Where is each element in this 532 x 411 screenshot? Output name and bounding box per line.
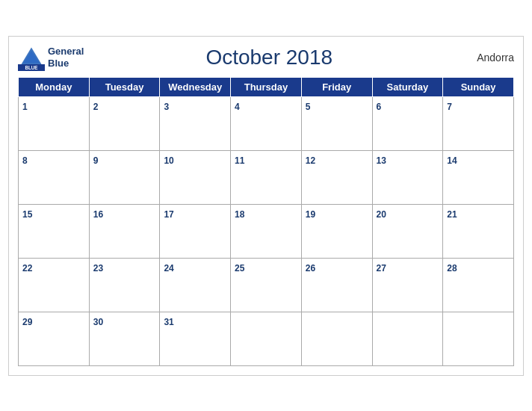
date-number-29: 29 — [22, 317, 32, 327]
calendar-table: Monday Tuesday Wednesday Thursday Friday… — [18, 77, 514, 366]
day-cell-31: 31 — [160, 312, 231, 365]
day-cell-5: 5 — [301, 96, 372, 150]
day-cell-20: 20 — [372, 204, 443, 258]
day-cell-10: 10 — [160, 150, 231, 204]
day-cell-9: 9 — [89, 150, 160, 204]
day-cell-21: 21 — [443, 204, 514, 258]
week-row-4: 22232425262728 — [19, 258, 514, 312]
date-number-1: 1 — [22, 102, 28, 112]
date-number-23: 23 — [93, 263, 103, 274]
day-cell-18: 18 — [231, 204, 302, 258]
empty-cell-w4-d4 — [301, 312, 372, 365]
calendar-body: 1234567891011121314151617181920212223242… — [19, 96, 514, 365]
date-number-20: 20 — [377, 209, 386, 220]
date-number-6: 6 — [377, 102, 382, 112]
date-number-3: 3 — [164, 102, 169, 112]
date-number-22: 22 — [22, 263, 32, 274]
week-row-5: 293031 — [19, 312, 514, 365]
day-cell-4: 4 — [231, 96, 302, 150]
calendar: BLUE General Blue October 2018 Andorra M… — [8, 36, 524, 376]
svg-text:BLUE: BLUE — [25, 65, 37, 70]
weekday-monday: Monday — [19, 77, 90, 96]
weekday-tuesday: Tuesday — [89, 77, 160, 96]
date-number-24: 24 — [164, 263, 173, 274]
empty-cell-w4-d6 — [443, 312, 514, 365]
logo-text: General Blue — [48, 46, 84, 69]
date-number-31: 31 — [164, 317, 173, 327]
date-number-26: 26 — [306, 263, 315, 274]
month-title: October 2018 — [84, 46, 454, 69]
date-number-15: 15 — [22, 209, 32, 220]
day-cell-11: 11 — [231, 150, 302, 204]
day-cell-16: 16 — [89, 204, 160, 258]
logo-icon: BLUE — [18, 44, 45, 71]
week-row-3: 15161718192021 — [19, 204, 514, 258]
calendar-header: BLUE General Blue October 2018 Andorra — [18, 44, 514, 71]
date-number-14: 14 — [447, 155, 457, 166]
date-number-17: 17 — [164, 209, 173, 220]
day-cell-3: 3 — [160, 96, 231, 150]
week-row-1: 1234567 — [19, 96, 514, 150]
week-row-2: 891011121314 — [19, 150, 514, 204]
day-cell-12: 12 — [301, 150, 372, 204]
day-cell-30: 30 — [89, 312, 160, 365]
day-cell-1: 1 — [19, 96, 90, 150]
date-number-30: 30 — [93, 317, 103, 327]
empty-cell-w4-d5 — [372, 312, 443, 365]
weekday-saturday: Saturday — [372, 77, 443, 96]
day-cell-24: 24 — [160, 258, 231, 312]
logo-area: BLUE General Blue — [18, 44, 84, 71]
date-number-18: 18 — [235, 209, 244, 220]
date-number-19: 19 — [306, 209, 315, 220]
date-number-21: 21 — [447, 209, 457, 220]
date-number-13: 13 — [377, 155, 386, 166]
day-cell-22: 22 — [19, 258, 90, 312]
day-cell-8: 8 — [19, 150, 90, 204]
day-cell-29: 29 — [19, 312, 90, 365]
day-cell-7: 7 — [443, 96, 514, 150]
day-cell-15: 15 — [19, 204, 90, 258]
date-number-27: 27 — [377, 263, 386, 274]
date-number-9: 9 — [93, 155, 99, 166]
weekday-sunday: Sunday — [443, 77, 514, 96]
day-cell-17: 17 — [160, 204, 231, 258]
date-number-5: 5 — [306, 102, 311, 112]
day-cell-13: 13 — [372, 150, 443, 204]
date-number-4: 4 — [235, 102, 240, 112]
date-number-12: 12 — [306, 155, 315, 166]
date-number-25: 25 — [235, 263, 244, 274]
date-number-8: 8 — [22, 155, 28, 166]
day-cell-6: 6 — [372, 96, 443, 150]
date-number-2: 2 — [93, 102, 99, 112]
date-number-10: 10 — [164, 155, 173, 166]
weekday-friday: Friday — [301, 77, 372, 96]
weekday-wednesday: Wednesday — [160, 77, 231, 96]
day-cell-2: 2 — [89, 96, 160, 150]
weekday-header-row: Monday Tuesday Wednesday Thursday Friday… — [19, 77, 514, 96]
weekday-thursday: Thursday — [231, 77, 302, 96]
day-cell-14: 14 — [443, 150, 514, 204]
day-cell-27: 27 — [372, 258, 443, 312]
country-label: Andorra — [454, 52, 514, 64]
day-cell-23: 23 — [89, 258, 160, 312]
day-cell-26: 26 — [301, 258, 372, 312]
date-number-11: 11 — [235, 155, 244, 166]
date-number-28: 28 — [447, 263, 457, 274]
date-number-16: 16 — [93, 209, 103, 220]
day-cell-25: 25 — [231, 258, 302, 312]
day-cell-28: 28 — [443, 258, 514, 312]
empty-cell-w4-d3 — [231, 312, 302, 365]
date-number-7: 7 — [447, 102, 452, 112]
day-cell-19: 19 — [301, 204, 372, 258]
